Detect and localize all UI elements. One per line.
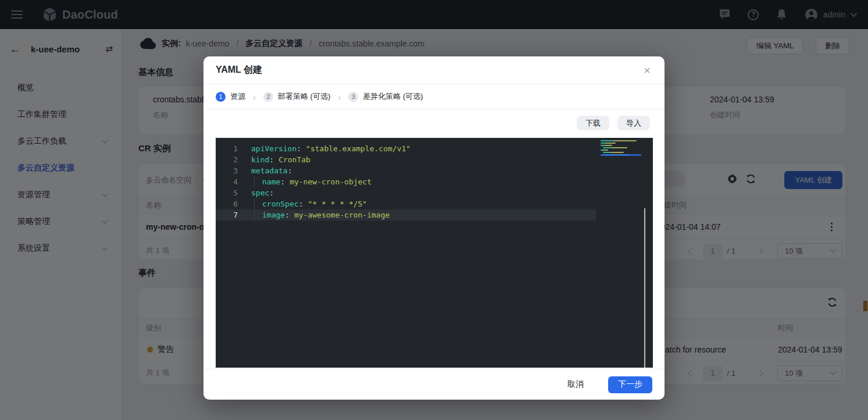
step-1-resource[interactable]: 1 资源 — [216, 91, 245, 102]
modal-title: YAML 创建 — [216, 64, 644, 76]
step-separator-icon: › — [338, 92, 341, 102]
app-root: DaoCloud ? admin ← k-uee-demo ⇄ — [0, 0, 868, 420]
step-separator-icon: › — [253, 92, 256, 102]
yaml-editor[interactable]: 1apiVersion:"stable.example.com/v1" 2kin… — [216, 138, 653, 368]
step-3-diff-policy[interactable]: 3 差异化策略 (可选) — [348, 91, 423, 102]
cancel-button[interactable]: 取消 — [567, 379, 584, 390]
next-step-button[interactable]: 下一步 — [608, 376, 652, 393]
editor-scrollbar[interactable] — [644, 208, 645, 368]
code-line: 1apiVersion:"stable.example.com/v1" — [216, 143, 596, 154]
code-line: 6cronSpec:"* * * * */5" — [216, 198, 596, 209]
editor-minimap[interactable] — [601, 140, 641, 156]
code-line: 3metadata: — [216, 165, 596, 176]
minimap-cursor — [601, 154, 641, 156]
download-button[interactable]: 下载 — [577, 116, 609, 130]
step-2-deploy-policy[interactable]: 2 部署策略 (可选) — [263, 91, 330, 102]
code-line: 2kind:CronTab — [216, 154, 596, 165]
code-line-current: 7image:my-awesome-cron-image — [216, 209, 596, 220]
code-line: 5spec: — [216, 187, 596, 198]
yaml-create-modal: YAML 创建 × 1 资源 › 2 部署策略 (可选) › 3 差异化策略 (… — [203, 56, 665, 400]
close-icon[interactable]: × — [644, 65, 651, 76]
step-indicator: 1 资源 › 2 部署策略 (可选) › 3 差异化策略 (可选) — [203, 84, 665, 109]
code-line: 4name:my-new-cron-object — [216, 176, 596, 187]
import-button[interactable]: 导入 — [617, 116, 650, 130]
